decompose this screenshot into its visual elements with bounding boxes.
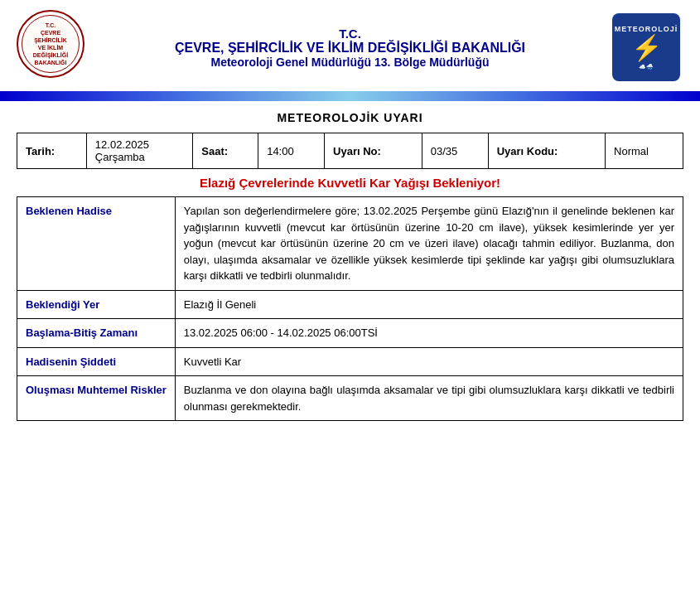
tarih-date: 12.02.2025 xyxy=(95,138,149,151)
saat-value: 14:00 xyxy=(258,133,325,169)
row-value: 13.02.2025 06:00 - 14.02.2025 06:00TSİ xyxy=(175,319,683,348)
meteo-logo-container: METEOROLOJİ ⚡ ☁️🌧️ xyxy=(609,10,683,85)
table-row: Beklendiği YerElazığ İl Geneli xyxy=(17,290,683,319)
tarih-label: Tarih: xyxy=(17,133,87,169)
row-label: Beklendiği Yer xyxy=(17,290,176,319)
row-value: Yapılan son değerlendirmelere göre; 13.0… xyxy=(175,197,683,291)
header-line3: Meteoroloji Genel Müdürlüğü 13. Bölge Mü… xyxy=(99,56,601,69)
header-center: T.C. ÇEVRE, ŞEHİRCİLİK VE İKLİM DEĞİŞİKL… xyxy=(91,27,609,69)
tarih-day: Çarşamba xyxy=(95,151,145,163)
page-wrapper: T.C.ÇEVREŞEHİRCİLİKVE İKLİMDEĞİŞİKLİĞİBA… xyxy=(0,0,700,429)
gov-logo-inner: T.C.ÇEVREŞEHİRCİLİKVE İKLİMDEĞİŞİKLİĞİBA… xyxy=(22,15,80,73)
row-label: Hadisenin Şiddeti xyxy=(17,347,176,376)
uyari-no-label: Uyarı No: xyxy=(325,133,422,169)
row-value: Kuvvetli Kar xyxy=(175,347,683,376)
meteo-logo: METEOROLOJİ ⚡ ☁️🌧️ xyxy=(612,13,680,81)
row-label: Başlama-Bitiş Zamanı xyxy=(17,319,176,348)
meteo-logo-text: METEOROLOJİ xyxy=(615,25,678,33)
info-table: Tarih: 12.02.2025 Çarşamba Saat: 14:00 U… xyxy=(17,133,683,169)
uyari-kodu-value: Normal xyxy=(606,133,683,169)
alert-headline: Elazığ Çevrelerinde Kuvvetli Kar Yağışı … xyxy=(17,176,683,190)
section-title: METEOROLOJİK UYARI xyxy=(17,111,683,124)
table-row: Oluşması Muhtemel RisklerBuzlanma ve don… xyxy=(17,376,683,421)
header-line2: ÇEVRE, ŞEHİRCİLİK VE İKLİM DEĞİŞİKLİĞİ B… xyxy=(99,41,601,56)
uyari-no-value: 03/35 xyxy=(422,133,488,169)
table-row: Beklenen HadiseYapılan son değerlendirme… xyxy=(17,197,683,291)
lightning-icon: ⚡ xyxy=(631,33,662,62)
row-label: Oluşması Muhtemel Riskler xyxy=(17,376,176,421)
gov-logo: T.C.ÇEVREŞEHİRCİLİKVE İKLİMDEĞİŞİKLİĞİBA… xyxy=(17,10,84,78)
uyari-kodu-label: Uyarı Kodu: xyxy=(488,133,605,169)
data-table: Beklenen HadiseYapılan son değerlendirme… xyxy=(17,196,683,421)
gov-logo-container: T.C.ÇEVREŞEHİRCİLİKVE İKLİMDEĞİŞİKLİĞİBA… xyxy=(17,10,91,85)
row-value: Buzlanma ve don olayına bağlı ulaşımda a… xyxy=(175,376,683,421)
main-content: METEOROLOJİK UYARI Tarih: 12.02.2025 Çar… xyxy=(0,101,700,429)
row-label: Beklenen Hadise xyxy=(17,197,176,291)
header-line1: T.C. xyxy=(99,27,601,41)
blue-divider-bar xyxy=(0,91,700,101)
table-row: Başlama-Bitiş Zamanı13.02.2025 06:00 - 1… xyxy=(17,319,683,348)
table-row: Hadisenin ŞiddetiKuvvetli Kar xyxy=(17,347,683,376)
row-value: Elazığ İl Geneli xyxy=(175,290,683,319)
info-row: Tarih: 12.02.2025 Çarşamba Saat: 14:00 U… xyxy=(17,133,683,169)
tarih-value: 12.02.2025 Çarşamba xyxy=(86,133,193,169)
header: T.C.ÇEVREŞEHİRCİLİKVE İKLİMDEĞİŞİKLİĞİBA… xyxy=(0,0,700,91)
saat-label: Saat: xyxy=(193,133,258,169)
